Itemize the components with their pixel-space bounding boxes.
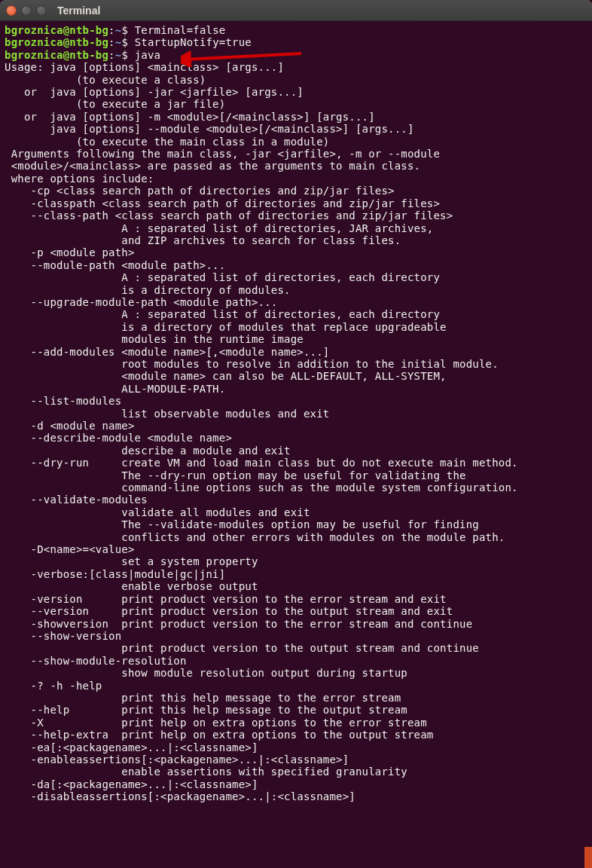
terminal-output-line: --help print this help message to the ou…: [5, 704, 587, 716]
terminal-output-line: --describe-module <module name>: [5, 432, 587, 444]
prompt-host: ntb-bg: [69, 49, 108, 61]
terminal-line: bgroznica@ntb-bg:~$ Terminal=false: [5, 24, 587, 36]
terminal-output-line: show module resolution output during sta…: [5, 667, 587, 679]
terminal-output-line: -enableassertions[:<packagename>...|:<cl…: [5, 753, 587, 766]
prompt-host: ntb-bg: [69, 24, 108, 36]
terminal-output-line: -X print help on extra options to the er…: [5, 717, 587, 729]
terminal-output-line: print product version to the output stre…: [5, 642, 587, 654]
prompt-user: bgroznica: [5, 24, 63, 36]
prompt-user: bgroznica: [5, 49, 63, 61]
terminal-output-line: (to execute a jar file): [5, 98, 587, 110]
terminal-output-line: -da[:<packagename>...|:<classname>]: [5, 778, 587, 790]
prompt-colon: :: [108, 49, 115, 61]
terminal-output-line: -verbose:[class|module|gc|jni]: [5, 568, 587, 580]
terminal-output-line: (to execute the main class in a module): [5, 136, 587, 148]
terminal-output-line: root modules to resolve in addition to t…: [5, 358, 587, 370]
terminal-line: bgroznica@ntb-bg:~$ StartupNotify=true: [5, 36, 587, 48]
terminal-output-line: where options include:: [5, 173, 587, 185]
terminal-line: bgroznica@ntb-bg:~$ java: [5, 49, 587, 61]
prompt-command: StartupNotify=true: [135, 36, 252, 48]
terminal-output-line: -d <module name>: [5, 420, 587, 432]
terminal-body[interactable]: bgroznica@ntb-bg:~$ Terminal=falsebgrozn…: [0, 21, 592, 808]
terminal-output-line: enable assertions with specified granula…: [5, 766, 587, 778]
terminal-output-line: --version print product version to the o…: [5, 605, 587, 617]
terminal-output-line: conflicts and other errors with modules …: [5, 531, 587, 543]
terminal-output-line: -cp <class search path of directories an…: [5, 185, 587, 197]
prompt-colon: :: [108, 24, 115, 36]
terminal-output-line: -classpath <class search path of directo…: [5, 197, 587, 209]
prompt-dollar: $: [121, 36, 134, 48]
terminal-output-line: (to execute a class): [5, 74, 587, 86]
terminal-output-line: --class-path <class search path of direc…: [5, 209, 587, 222]
terminal-output-line: --list-modules: [5, 395, 587, 407]
terminal-window: Terminal bgroznica@ntb-bg:~$ Terminal=fa…: [0, 0, 592, 868]
scrollbar-thumb[interactable]: [584, 847, 592, 868]
maximize-icon[interactable]: [36, 5, 47, 16]
terminal-output-line: -D<name>=<value>: [5, 543, 587, 555]
terminal-output-line: enable verbose output: [5, 580, 587, 592]
terminal-output-line: and ZIP archives to search for class fil…: [5, 234, 587, 246]
terminal-output-line: -p <module path>: [5, 246, 587, 258]
terminal-output-line: A : separated list of directories, JAR a…: [5, 222, 587, 234]
terminal-output-line: A : separated list of directories, each …: [5, 308, 587, 320]
terminal-output-line: <module>/<mainclass> are passed as the a…: [5, 160, 587, 172]
titlebar[interactable]: Terminal: [0, 0, 592, 21]
terminal-output-line: --show-module-resolution: [5, 655, 587, 667]
prompt-dollar: $: [121, 24, 134, 36]
terminal-output-line: -ea[:<packagename>...|:<classname>]: [5, 741, 587, 753]
terminal-output-line: --validate-modules: [5, 494, 587, 506]
window-title: Terminal: [57, 5, 100, 17]
terminal-output-line: Arguments following the main class, -jar…: [5, 148, 587, 160]
terminal-output-line: is a directory of modules.: [5, 284, 587, 296]
terminal-output-line: --dry-run create VM and load main class …: [5, 457, 587, 469]
terminal-output-line: -showversion print product version to th…: [5, 618, 587, 630]
terminal-output-line: modules in the runtime image: [5, 333, 587, 345]
terminal-output-line: -version print product version to the er…: [5, 593, 587, 605]
prompt-command: Terminal=false: [135, 24, 226, 36]
terminal-output-line: --add-modules <module name>[,<module nam…: [5, 346, 587, 358]
terminal-output-line: --show-version: [5, 630, 587, 642]
terminal-output-line: command-line options such as the module …: [5, 481, 587, 494]
minimize-icon[interactable]: [21, 5, 32, 16]
prompt-user: bgroznica: [5, 36, 63, 48]
terminal-output-line: The --dry-run option may be useful for v…: [5, 469, 587, 481]
terminal-output-line: A : separated list of directories, each …: [5, 271, 587, 283]
terminal-output-line: or java [options] -m <module>[/<mainclas…: [5, 111, 587, 123]
terminal-output-line: --upgrade-module-path <module path>...: [5, 296, 587, 308]
terminal-output-line: <module name> can also be ALL-DEFAULT, A…: [5, 370, 587, 382]
terminal-output-line: is a directory of modules that replace u…: [5, 321, 587, 333]
prompt-host: ntb-bg: [69, 36, 108, 48]
prompt-colon: :: [108, 36, 115, 48]
prompt-dollar: $: [121, 49, 134, 61]
terminal-output-line: -disableassertions[:<packagename>...|:<c…: [5, 790, 587, 802]
terminal-output-line: set a system property: [5, 555, 587, 567]
terminal-output-line: describe a module and exit: [5, 445, 587, 457]
terminal-output-line: --help-extra print help on extra options…: [5, 729, 587, 741]
terminal-output-line: -? -h -help: [5, 680, 587, 692]
terminal-output-line: java [options] --module <module>[/<mainc…: [5, 123, 587, 135]
terminal-output-line: --module-path <module path>...: [5, 259, 587, 271]
terminal-output-line: The --validate-modules option may be use…: [5, 518, 587, 530]
terminal-output-line: list observable modules and exit: [5, 408, 587, 420]
close-icon[interactable]: [6, 5, 17, 16]
prompt-command: java: [135, 49, 161, 61]
window-buttons: [6, 5, 47, 16]
terminal-output-line: Usage: java [options] <mainclass> [args.…: [5, 61, 587, 73]
terminal-output-line: validate all modules and exit: [5, 506, 587, 518]
terminal-output-line: or java [options] -jar <jarfile> [args..…: [5, 86, 587, 98]
terminal-output-line: ALL-MODULE-PATH.: [5, 383, 587, 395]
terminal-output-line: print this help message to the error str…: [5, 692, 587, 704]
